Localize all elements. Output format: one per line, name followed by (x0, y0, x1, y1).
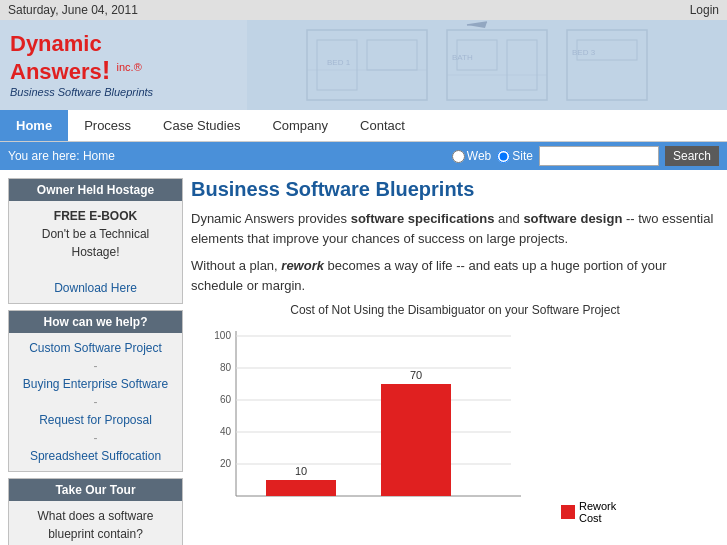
help-link-rfp[interactable]: Request for Proposal (39, 413, 152, 427)
owner-box-line2: Hostage! (17, 243, 174, 261)
nav-home[interactable]: Home (0, 110, 68, 141)
radio-site-text: Site (512, 149, 533, 163)
bold-spec: software specifications (351, 211, 495, 226)
sidebar-help-box: How can we help? Custom Software Project… (8, 310, 183, 472)
search-input[interactable] (539, 146, 659, 166)
help-link-enterprise[interactable]: Buying Enterprise Software (23, 377, 168, 391)
sidebar-owner-box: Owner Held Hostage FREE E-BOOK Don't be … (8, 178, 183, 304)
date-label: Saturday, June 04, 2011 (8, 3, 138, 17)
owner-box-content: FREE E-BOOK Don't be a Technical Hostage… (9, 201, 182, 303)
nav-case-studies[interactable]: Case Studies (147, 110, 256, 141)
chart-svg: 100 80 60 40 20 10 (191, 321, 551, 521)
logo-area: Dynamic Answers! inc.® Business Software… (10, 32, 153, 99)
tour-box-content: What does a software blueprint contain? … (9, 501, 182, 545)
main-content: Owner Held Hostage FREE E-BOOK Don't be … (0, 170, 727, 545)
owner-box-title: Owner Held Hostage (9, 179, 182, 201)
bar-2 (381, 384, 451, 496)
tour-box-title: Take Our Tour (9, 479, 182, 501)
help-link-spreadsheet[interactable]: Spreadsheet Suffocation (30, 449, 161, 463)
page-heading: Business Software Blueprints (191, 178, 719, 201)
radio-site[interactable] (497, 150, 510, 163)
svg-text:BED 3: BED 3 (572, 48, 596, 57)
chart-title: Cost of Not Using the Disambiguator on y… (191, 303, 719, 317)
logo-tagline: Business Software Blueprints (10, 86, 153, 98)
login-link[interactable]: Login (690, 3, 719, 17)
nav: Home Process Case Studies Company Contac… (0, 110, 727, 142)
svg-text:BED 1: BED 1 (327, 58, 351, 67)
search-button[interactable]: Search (665, 146, 719, 166)
bar-2-label: 70 (410, 369, 422, 381)
nav-contact[interactable]: Contact (344, 110, 421, 141)
radio-web-text: Web (467, 149, 491, 163)
sep1: - (17, 357, 174, 375)
logo-inc: inc.® (117, 60, 142, 72)
sidebar-tour-box: Take Our Tour What does a software bluep… (8, 478, 183, 545)
svg-text:60: 60 (220, 394, 232, 405)
owner-box-line1: Don't be a Technical (17, 225, 174, 243)
tour-box-text: What does a software blueprint contain? (17, 507, 174, 543)
chart-legend: ReworkCost (561, 500, 616, 524)
logo-line2: Answers! (10, 59, 110, 84)
svg-rect-0 (247, 20, 727, 110)
legend-label-rework: ReworkCost (579, 500, 616, 524)
logo-text: Dynamic Answers! inc.® (10, 32, 153, 85)
svg-text:20: 20 (220, 458, 232, 469)
chart-container: Cost of Not Using the Disambiguator on y… (191, 303, 719, 524)
header-blueprint-decoration: BED 1 BATH BED 3 (247, 20, 727, 110)
free-ebook-label: FREE E-BOOK (17, 207, 174, 225)
radio-site-label[interactable]: Site (497, 149, 533, 163)
content-area: Business Software Blueprints Dynamic Ans… (191, 178, 719, 545)
help-box-title: How can we help? (9, 311, 182, 333)
help-link-custom[interactable]: Custom Software Project (29, 341, 162, 355)
sidebar: Owner Held Hostage FREE E-BOOK Don't be … (8, 178, 183, 545)
svg-text:80: 80 (220, 362, 232, 373)
bar-1-label: 10 (295, 465, 307, 477)
svg-text:40: 40 (220, 426, 232, 437)
legend-item-rework: ReworkCost (561, 500, 616, 524)
nav-process[interactable]: Process (68, 110, 147, 141)
chart-area: 100 80 60 40 20 10 (191, 321, 719, 524)
chart-svg-wrapper: 100 80 60 40 20 10 (191, 321, 551, 524)
svg-text:BATH: BATH (452, 53, 473, 62)
bar-1 (266, 480, 336, 496)
legend-color-rework (561, 505, 575, 519)
header: Dynamic Answers! inc.® Business Software… (0, 20, 727, 110)
nav-company[interactable]: Company (256, 110, 344, 141)
radio-web-label[interactable]: Web (452, 149, 491, 163)
intro-para2: Without a plan, rework becomes a way of … (191, 256, 719, 295)
breadcrumb-text: You are here: Home (8, 149, 115, 163)
svg-text:100: 100 (214, 330, 231, 341)
search-area: Web Site Search (452, 146, 719, 166)
sep3: - (17, 429, 174, 447)
bold-design: software design (523, 211, 622, 226)
sep2: - (17, 393, 174, 411)
logo-line1: Dynamic (10, 31, 102, 56)
help-box-content: Custom Software Project - Buying Enterpr… (9, 333, 182, 471)
top-bar: Saturday, June 04, 2011 Login (0, 0, 727, 20)
rework-em: rework (281, 258, 324, 273)
intro-para1: Dynamic Answers provides software specif… (191, 209, 719, 248)
breadcrumb-bar: You are here: Home Web Site Search (0, 142, 727, 170)
download-here-link[interactable]: Download Here (54, 281, 137, 295)
radio-web[interactable] (452, 150, 465, 163)
